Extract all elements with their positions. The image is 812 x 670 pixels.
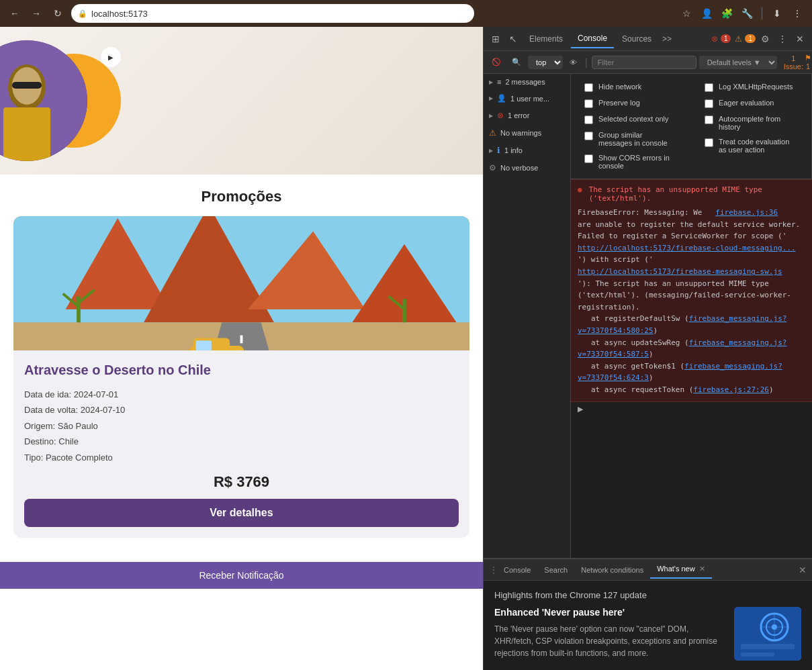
devtools-body: ≡ 2 messages 👤 1 user me... ⊗ 1 error ⚠ … bbox=[484, 74, 812, 558]
group-similar-checkbox[interactable] bbox=[584, 132, 593, 140]
error-badge-area[interactable]: ⊗ 1 bbox=[711, 34, 731, 44]
sidebar-item-verbose[interactable]: ⚙ No verbose bbox=[484, 159, 570, 177]
devtools-bottom-tabs: ⋮ Console Search Network conditions What… bbox=[484, 559, 812, 581]
feature-desc: The 'Never pause here' option can now "c… bbox=[494, 623, 726, 659]
highlight-title: Highlights from the Chrome 127 update bbox=[494, 590, 801, 600]
bottom-tab-network[interactable]: Network conditions bbox=[574, 562, 650, 578]
user-icon: 👤 bbox=[497, 94, 506, 103]
eager-eval-checkbox[interactable] bbox=[705, 99, 713, 108]
whatsnew-close-btn[interactable]: ✕ bbox=[699, 565, 705, 573]
setting-treat-code: Treat code evaluation as user action bbox=[696, 134, 806, 157]
script-link[interactable]: http://localhost:5173/firebase-messaging… bbox=[578, 267, 782, 276]
nav-back-button[interactable]: ← bbox=[7, 5, 23, 21]
firebase-link-header[interactable]: firebase.js:36 bbox=[715, 208, 778, 217]
bottom-panel-close-btn[interactable]: ✕ bbox=[799, 565, 807, 575]
autocomplete-checkbox[interactable] bbox=[705, 115, 713, 124]
log-xhr-checkbox[interactable] bbox=[705, 83, 713, 92]
issues-button[interactable]: 1 Issue: ⚑ 1 bbox=[780, 52, 812, 73]
whats-new-image bbox=[734, 607, 801, 661]
address-bar[interactable]: 🔒 localhost:5173 bbox=[71, 4, 474, 23]
eye-button[interactable]: 👁 bbox=[566, 56, 581, 69]
warning-badge-area[interactable]: ⚠ 1 bbox=[735, 34, 756, 44]
tab-elements[interactable]: Elements bbox=[523, 30, 570, 48]
firebase-stack-link2[interactable]: firebase_messaging.js?v=73370f54:587:5 bbox=[578, 338, 786, 359]
sidebar-item-error[interactable]: ⊗ 1 error bbox=[484, 107, 570, 124]
nav-refresh-button[interactable]: ↻ bbox=[50, 5, 66, 21]
warning-count: 1 bbox=[745, 34, 756, 43]
cors-errors-label: Show CORS errors in console bbox=[598, 154, 675, 170]
bottom-tab-search[interactable]: Search bbox=[537, 562, 574, 578]
promotions-section: Promoções bbox=[0, 175, 483, 562]
devtools-kebab-button[interactable]: ⋮ bbox=[774, 31, 791, 47]
console-error-entry: ● The script has an unsupported MIME typ… bbox=[571, 179, 812, 402]
setting-hide-network: Hide network bbox=[576, 79, 683, 95]
hero-section: ▶ bbox=[0, 27, 483, 175]
lock-icon: 🔒 bbox=[78, 9, 87, 18]
verbose-label: No verbose bbox=[500, 164, 538, 172]
more-tabs[interactable]: >> bbox=[660, 32, 674, 46]
promo-card-body: Atravesse o Deserto no Chile Data de ida… bbox=[13, 350, 469, 538]
console-filter-button[interactable]: 🔍 bbox=[508, 55, 525, 69]
tab-console[interactable]: Console bbox=[571, 30, 614, 48]
ext-button2[interactable]: 🔧 bbox=[739, 5, 755, 21]
group-similar-label: Group similar messages in console bbox=[598, 131, 675, 147]
devtools-cursor-button[interactable]: ↖ bbox=[505, 31, 521, 47]
origin: Origem: São Paulo bbox=[24, 418, 459, 434]
bookmark-button[interactable]: ☆ bbox=[678, 5, 694, 21]
firebase-stack-link1[interactable]: firebase_messaging.js?v=73370f54:580:25 bbox=[578, 314, 786, 335]
settings-panel: Hide network Preserve log Selected conte… bbox=[571, 74, 812, 179]
details-button[interactable]: Ver detalhes bbox=[24, 499, 459, 527]
sidebar-item-messages[interactable]: ≡ 2 messages bbox=[484, 74, 570, 90]
devtools-main-split: ≡ 2 messages 👤 1 user me... ⊗ 1 error ⚠ … bbox=[484, 74, 812, 670]
sidebar-item-user[interactable]: 👤 1 user me... bbox=[484, 90, 570, 107]
setting-selected-context: Selected context only bbox=[576, 111, 683, 128]
ext-button1[interactable]: 🧩 bbox=[719, 5, 735, 21]
devtools-dock-button[interactable]: ⊞ bbox=[488, 31, 504, 47]
drag-handle[interactable]: ⋮ bbox=[489, 565, 493, 575]
warning-icon: ⚠ bbox=[489, 128, 496, 138]
sidebar-item-info[interactable]: ℹ 1 info bbox=[484, 142, 570, 159]
selected-context-checkbox[interactable] bbox=[584, 115, 593, 124]
notification-bar[interactable]: Receber Notificação bbox=[0, 562, 483, 589]
treat-code-label: Treat code evaluation as user action bbox=[719, 138, 798, 154]
return-date: Data de volta: 2024-07-10 bbox=[24, 402, 459, 418]
stack-line2: at async updateSwReg (firebase_messaging… bbox=[578, 338, 786, 359]
bottom-tab-whatsnew[interactable]: What's new ✕ bbox=[650, 561, 712, 579]
promo-card-price: R$ 3769 bbox=[24, 473, 459, 491]
levels-select[interactable]: Default levels ▼ bbox=[699, 56, 777, 69]
bottom-tab-console[interactable]: Console bbox=[497, 562, 537, 578]
svg-rect-29 bbox=[741, 644, 795, 649]
console-expand-btn[interactable]: ▶ bbox=[571, 402, 812, 416]
feature-title: Enhanced 'Never pause here' bbox=[494, 607, 726, 618]
error-detail: FirebaseError: Messaging: We firebase.js… bbox=[578, 207, 805, 396]
context-select[interactable]: top bbox=[528, 56, 563, 69]
console-main: Hide network Preserve log Selected conte… bbox=[571, 74, 812, 558]
console-filter-input[interactable] bbox=[592, 56, 696, 69]
whats-new-text: Enhanced 'Never pause here' The 'Never p… bbox=[494, 607, 726, 661]
scope-link[interactable]: http://localhost:5173/firebase-cloud-mes… bbox=[578, 244, 796, 252]
info-icon: ℹ bbox=[497, 146, 500, 155]
autocomplete-label: Autocomplete from history bbox=[719, 115, 798, 131]
firebase-stack-link3[interactable]: firebase_messaging.js?v=73370f54:624:3 bbox=[578, 362, 782, 383]
error-body-text: FirebaseError: Messaging: We bbox=[578, 208, 711, 217]
setting-autocomplete: Autocomplete from history bbox=[696, 111, 806, 134]
profile-button[interactable]: 👤 bbox=[698, 5, 715, 21]
menu-button[interactable]: ⋮ bbox=[789, 5, 805, 21]
console-clear-button[interactable]: 🚫 bbox=[488, 55, 505, 69]
play-button[interactable]: ▶ bbox=[101, 47, 121, 67]
treat-code-checkbox[interactable] bbox=[705, 138, 713, 147]
download-button[interactable]: ⬇ bbox=[769, 5, 785, 21]
devtools-close-button[interactable]: ✕ bbox=[792, 31, 808, 47]
firebase-stack-link4[interactable]: firebase.js:27:26 bbox=[693, 385, 769, 394]
sidebar-item-warnings[interactable]: ⚠ No warnings bbox=[484, 124, 570, 142]
preserve-log-checkbox[interactable] bbox=[584, 99, 593, 108]
issues-label: 1 Issue: bbox=[784, 54, 803, 70]
log-xhr-label: Log XMLHttpRequests bbox=[719, 83, 793, 91]
nav-forward-button[interactable]: → bbox=[28, 5, 44, 21]
hide-network-checkbox[interactable] bbox=[584, 83, 593, 92]
cors-errors-checkbox[interactable] bbox=[584, 154, 593, 163]
devtools-settings-button[interactable]: ⚙ bbox=[757, 31, 773, 47]
tab-sources[interactable]: Sources bbox=[615, 30, 658, 48]
setting-cors-errors: Show CORS errors in console bbox=[576, 150, 683, 173]
error-label: 1 error bbox=[508, 111, 529, 119]
